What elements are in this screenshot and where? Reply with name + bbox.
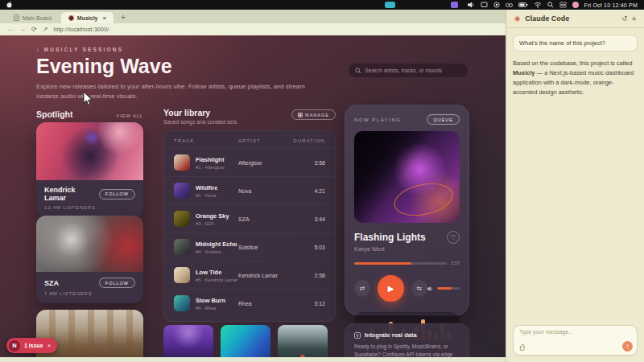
volume-icon[interactable] bbox=[468, 2, 475, 8]
back-button[interactable]: ← bbox=[7, 26, 14, 33]
artist-photo bbox=[36, 122, 143, 180]
repeat-button[interactable]: ⇆ bbox=[411, 280, 427, 297]
user-message: What's the name of this project? bbox=[513, 35, 638, 51]
browser-toolbar: ← → ⟳ ↗ http://localhost:3000/ bbox=[0, 23, 506, 35]
playlist-tile[interactable] bbox=[163, 325, 213, 357]
follow-button[interactable]: FOLLOW bbox=[99, 189, 135, 200]
mouse-cursor bbox=[83, 92, 94, 106]
playlist-thumbnails bbox=[163, 325, 336, 357]
control-center-icon[interactable] bbox=[559, 2, 567, 8]
table-row[interactable]: Orange Sky #3 · SZA SZA 3:44 bbox=[164, 204, 335, 232]
track-art bbox=[174, 267, 190, 283]
library-heading: Your library bbox=[163, 108, 210, 117]
claude-title: Claude Code bbox=[525, 14, 569, 23]
musicly-favicon bbox=[68, 15, 74, 21]
progress-bar[interactable] bbox=[354, 262, 447, 265]
spotlight-heading: Spotlight bbox=[36, 109, 73, 119]
track-art bbox=[174, 154, 190, 171]
integrate-card: Integrate real data Ready to plug in Spo… bbox=[345, 323, 469, 357]
queue-button[interactable]: QUEUE bbox=[427, 114, 460, 125]
message-input[interactable] bbox=[519, 329, 632, 343]
play-button[interactable]: ▶ bbox=[378, 275, 403, 302]
menu-bar-clock[interactable]: Fri Oct 10 12:40 PM bbox=[584, 2, 638, 8]
listener-count: 12.4M LISTENERS bbox=[44, 205, 135, 210]
search-input[interactable] bbox=[365, 68, 461, 73]
playlist-tile[interactable] bbox=[221, 325, 270, 357]
apple-logo-icon[interactable] bbox=[6, 2, 12, 8]
table-row[interactable]: Flashlight #1 · Afterglow Afterglow 3:58 bbox=[164, 148, 335, 176]
claude-code-panel: ∗ Claude Code ↺ + What's the name of thi… bbox=[506, 10, 644, 362]
message-composer[interactable]: ↑ bbox=[513, 325, 638, 356]
track-art bbox=[174, 295, 190, 311]
document-icon bbox=[14, 14, 19, 21]
history-icon[interactable]: ↺ bbox=[621, 14, 628, 23]
issue-close-icon[interactable]: × bbox=[47, 342, 52, 349]
table-row[interactable]: Slow Burn #6 · Rhea Rhea 3:12 bbox=[164, 289, 335, 317]
app-eyebrow: ♪ MUSICLY SESSIONS bbox=[36, 47, 123, 52]
library-subheading: Saved songs and curated sets bbox=[163, 119, 237, 125]
address-bar[interactable]: http://localhost:3000/ bbox=[53, 27, 109, 32]
new-tab-button[interactable]: + bbox=[121, 13, 126, 23]
wifi-icon[interactable] bbox=[534, 2, 542, 8]
screen-recording-indicator[interactable] bbox=[385, 2, 395, 8]
col-track: TRACK bbox=[174, 138, 238, 143]
heart-icon: ♡ bbox=[450, 234, 456, 241]
table-row[interactable]: Low Tide #5 · Kendrick Lamar Kendrick La… bbox=[164, 261, 335, 289]
integrate-title: Integrate real data bbox=[365, 331, 417, 339]
user-avatar[interactable] bbox=[572, 2, 579, 8]
repeat-icon: ⇆ bbox=[416, 285, 422, 292]
library-table: TRACK ARTIST DURATION Flashlight #1 · Af… bbox=[163, 130, 336, 322]
table-row[interactable]: Midnight Echo #4 · Solstice Solstice 5:0… bbox=[164, 232, 335, 261]
listener-count: 7.8M LISTENERS bbox=[44, 291, 135, 296]
display-icon[interactable] bbox=[481, 2, 488, 8]
page-title: Evening Wave bbox=[36, 55, 172, 78]
integrate-body: Ready to plug in Spotify, MusicBrainz, o… bbox=[354, 343, 460, 357]
table-header-row: TRACK ARTIST DURATION bbox=[164, 136, 335, 148]
claude-spark-icon: ∗ bbox=[514, 14, 521, 23]
assistant-message: Based on the codebase, this project is c… bbox=[513, 59, 638, 97]
new-chat-icon[interactable]: + bbox=[632, 14, 637, 23]
favorite-button[interactable]: ♡ bbox=[447, 231, 460, 244]
artist-photo bbox=[36, 216, 143, 272]
nextjs-logo-icon: N bbox=[9, 340, 20, 352]
table-row[interactable]: Wildfire #2 · Nova Nova 4:21 bbox=[164, 176, 335, 204]
spotlight-header: Spotlight VIEW ALL bbox=[36, 109, 143, 119]
battery-icon[interactable] bbox=[518, 2, 528, 8]
playlist-tile[interactable] bbox=[278, 325, 328, 357]
volume-slider[interactable] bbox=[437, 287, 460, 290]
album-art bbox=[354, 131, 460, 223]
browser-tab-bar: Main Board Musicly × + bbox=[0, 10, 506, 23]
track-title: Flashing Lights bbox=[354, 232, 426, 243]
tab-main-board[interactable]: Main Board bbox=[6, 12, 59, 23]
desktop: Fri Oct 10 12:40 PM Main Board Musicly ×… bbox=[0, 0, 644, 362]
tab-close-icon[interactable]: × bbox=[102, 14, 106, 22]
attach-icon[interactable] bbox=[519, 343, 526, 351]
artist-card-kendrick[interactable]: Kendrick Lamar FOLLOW 12.4M LISTENERS bbox=[36, 122, 143, 217]
forward-button[interactable]: → bbox=[19, 26, 26, 33]
app-search[interactable] bbox=[348, 63, 469, 78]
now-playing-panel: NOW PLAYING QUEUE Flashing Lights ♡ Kany… bbox=[345, 105, 469, 315]
claude-header: ∗ Claude Code ↺ + bbox=[506, 10, 644, 28]
send-button[interactable]: ↑ bbox=[622, 341, 633, 352]
share-button[interactable]: ↗ bbox=[43, 26, 48, 33]
view-all-link[interactable]: VIEW ALL bbox=[116, 113, 143, 118]
page-subtitle: Explore new releases tailored to your af… bbox=[36, 82, 308, 101]
now-playing-label: NOW PLAYING bbox=[354, 117, 401, 122]
tab-label: Main Board bbox=[23, 15, 52, 21]
menu-extra-icon[interactable] bbox=[451, 2, 458, 8]
volume-fill bbox=[437, 287, 452, 290]
manage-button[interactable]: MANAGE bbox=[291, 109, 336, 120]
shuffle-button[interactable]: ⇄ bbox=[354, 280, 370, 297]
track-art bbox=[174, 239, 190, 255]
artist-card-sza[interactable]: SZA FOLLOW 7.8M LISTENERS bbox=[36, 216, 143, 303]
record-icon[interactable] bbox=[493, 2, 500, 8]
tab-musicly[interactable]: Musicly × bbox=[61, 12, 114, 23]
reload-button[interactable]: ⟳ bbox=[31, 26, 37, 33]
play-icon: ▶ bbox=[388, 284, 394, 293]
col-artist: ARTIST bbox=[238, 138, 290, 143]
search-icon[interactable] bbox=[547, 2, 554, 8]
binoculars-icon[interactable] bbox=[506, 2, 513, 8]
nextjs-issue-badge[interactable]: N 1 Issue × bbox=[6, 338, 57, 353]
speaker-icon bbox=[427, 286, 434, 292]
follow-button[interactable]: FOLLOW bbox=[99, 278, 135, 288]
